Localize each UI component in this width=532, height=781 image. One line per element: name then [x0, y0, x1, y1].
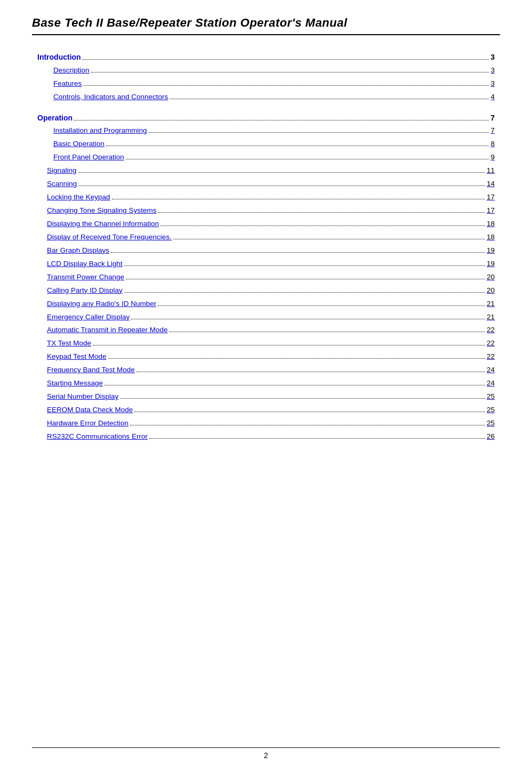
toc-item-1-2[interactable]: Front Panel Operation9 — [53, 151, 495, 164]
toc-item-page-0-1: 3 — [490, 78, 495, 90]
toc-item-page-1-10: 19 — [487, 258, 495, 270]
toc-item-1-17[interactable]: Keypad Test Mode22 — [47, 351, 495, 363]
toc-item-label-1-6: Changing Tone Signaling Systems — [47, 205, 156, 217]
toc-dots — [104, 385, 485, 385]
toc-dots — [160, 226, 485, 226]
toc-item-1-5[interactable]: Locking the Keypad17 — [47, 191, 495, 204]
toc-item-label-1-8: Display of Received Tone Frequencies. — [47, 231, 172, 244]
toc-dots — [158, 212, 485, 213]
toc-item-label-1-2: Front Panel Operation — [53, 151, 124, 164]
header-section: Base Tech II Base/Repeater Station Opera… — [32, 16, 500, 35]
toc-item-1-4[interactable]: Scanning14 — [47, 178, 495, 190]
page-title: Base Tech II Base/Repeater Station Opera… — [32, 16, 348, 29]
toc-dots — [149, 438, 485, 439]
toc-item-page-1-3: 11 — [487, 165, 495, 177]
toc-item-0-1[interactable]: Features3 — [53, 78, 495, 90]
toc-item-1-16[interactable]: TX Test Mode22 — [47, 337, 495, 350]
toc-dots — [149, 132, 489, 133]
toc-item-page-0-0: 3 — [490, 65, 495, 77]
toc-item-label-0-2: Controls, Indicators and Connectors — [53, 91, 168, 103]
toc-item-0-0[interactable]: Description3 — [53, 65, 495, 77]
toc-item-1-12[interactable]: Calling Party ID Display20 — [47, 285, 495, 297]
toc-section-page-0: 3 — [490, 51, 495, 64]
toc-item-1-20[interactable]: Serial Number Display25 — [47, 391, 495, 403]
toc-section-label-0: Introduction — [37, 51, 81, 64]
toc-dots — [158, 305, 485, 306]
toc-dots — [124, 292, 485, 293]
toc-item-label-1-18: Frequency Band Test Mode — [47, 364, 135, 376]
toc-item-page-1-7: 18 — [487, 218, 495, 230]
toc-section-label-1: Operation — [37, 112, 72, 125]
toc-item-label-1-5: Locking the Keypad — [47, 191, 110, 204]
toc-item-1-13[interactable]: Displaying any Radio's ID Number21 — [47, 298, 495, 310]
toc-item-1-3[interactable]: Signaling11 — [47, 165, 495, 177]
toc-item-label-1-23: RS232C Communications Error — [47, 431, 148, 443]
toc-item-label-1-14: Emergency Caller Display — [47, 311, 130, 324]
toc-item-page-1-13: 21 — [487, 298, 495, 310]
toc-item-page-1-15: 22 — [487, 324, 495, 336]
toc-item-1-6[interactable]: Changing Tone Signaling Systems17 — [47, 205, 495, 217]
toc-item-label-1-20: Serial Number Display — [47, 391, 118, 403]
toc-item-1-10[interactable]: LCD Display Back Light19 — [47, 258, 495, 270]
toc-item-1-0[interactable]: Installation and Programming7 — [53, 125, 495, 137]
toc-dots — [131, 319, 485, 319]
toc-dots — [120, 398, 485, 399]
toc-item-label-0-0: Description — [53, 65, 90, 77]
toc-dots — [170, 332, 485, 332]
toc-item-1-1[interactable]: Basic Operation8 — [53, 138, 495, 150]
toc-item-label-1-13: Displaying any Radio's ID Number — [47, 298, 156, 310]
toc-item-1-11[interactable]: Transmit Power Change20 — [47, 271, 495, 284]
toc-item-label-1-3: Signaling — [47, 165, 77, 177]
toc-item-label-1-16: TX Test Mode — [47, 337, 91, 350]
toc-item-1-7[interactable]: Displaying the Channel Information18 — [47, 218, 495, 230]
toc-item-label-1-0: Installation and Programming — [53, 125, 147, 137]
toc-item-1-8[interactable]: Display of Received Tone Frequencies.18 — [47, 231, 495, 244]
toc-item-0-2[interactable]: Controls, Indicators and Connectors4 — [53, 91, 495, 103]
toc-item-1-9[interactable]: Bar Graph Displays19 — [47, 245, 495, 257]
toc-dots — [111, 252, 485, 253]
toc-dots — [173, 239, 485, 239]
toc-item-1-14[interactable]: Emergency Caller Display21 — [47, 311, 495, 324]
footer: 2 — [32, 747, 500, 760]
toc-item-label-1-21: EEROM Data Check Mode — [47, 404, 133, 416]
toc-dots — [78, 172, 485, 173]
toc-item-page-1-12: 20 — [487, 285, 495, 297]
toc-section-0[interactable]: Introduction3 — [37, 51, 495, 64]
toc-item-label-1-11: Transmit Power Change — [47, 271, 124, 284]
toc-dots — [83, 85, 489, 86]
toc-dots — [93, 345, 485, 345]
toc-item-label-1-17: Keypad Test Mode — [47, 351, 107, 363]
toc-item-1-18[interactable]: Frequency Band Test Mode24 — [47, 364, 495, 376]
toc-item-1-22[interactable]: Hardware Error Detection25 — [47, 417, 495, 430]
toc-section-1[interactable]: Operation7 — [37, 112, 495, 125]
toc-item-page-1-14: 21 — [487, 311, 495, 324]
toc-item-page-1-11: 20 — [487, 271, 495, 284]
toc-item-label-1-15: Automatic Transmit in Repeater Mode — [47, 324, 168, 336]
toc-item-label-1-22: Hardware Error Detection — [47, 417, 128, 430]
toc-dots — [91, 72, 489, 73]
toc-item-label-0-1: Features — [53, 78, 82, 90]
toc-item-label-1-1: Basic Operation — [53, 138, 104, 150]
toc-dots — [112, 199, 485, 199]
toc-item-label-1-7: Displaying the Channel Information — [47, 218, 159, 230]
toc-item-page-1-22: 25 — [487, 417, 495, 430]
toc-dots — [78, 186, 485, 186]
toc-item-1-15[interactable]: Automatic Transmit in Repeater Mode22 — [47, 324, 495, 336]
toc-container: Introduction3Description3Features3Contro… — [32, 51, 500, 452]
toc-dots — [124, 265, 485, 266]
toc-item-page-0-2: 4 — [490, 91, 495, 103]
toc-item-1-19[interactable]: Starting Message24 — [47, 377, 495, 390]
toc-item-label-1-12: Calling Party ID Display — [47, 285, 123, 297]
toc-item-label-1-9: Bar Graph Displays — [47, 245, 109, 257]
toc-item-1-21[interactable]: EEROM Data Check Mode25 — [47, 404, 495, 416]
toc-item-page-1-0: 7 — [490, 125, 495, 137]
toc-item-page-1-16: 22 — [487, 337, 495, 350]
toc-item-1-23[interactable]: RS232C Communications Error26 — [47, 431, 495, 443]
toc-item-page-1-4: 14 — [487, 178, 495, 190]
toc-item-page-1-2: 9 — [490, 151, 495, 164]
toc-item-page-1-23: 26 — [487, 431, 495, 443]
toc-item-page-1-17: 22 — [487, 351, 495, 363]
toc-item-label-1-4: Scanning — [47, 178, 77, 190]
toc-item-page-1-20: 25 — [487, 391, 495, 403]
toc-dots — [126, 159, 489, 159]
